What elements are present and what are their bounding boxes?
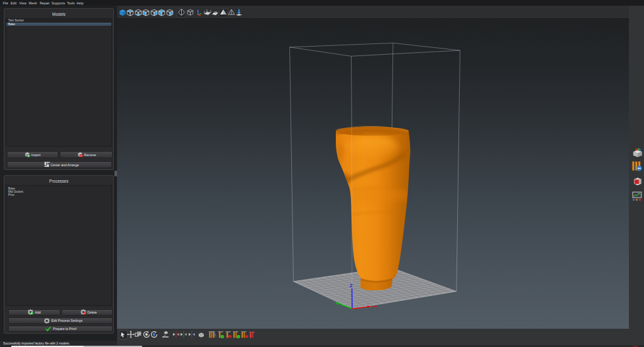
svg-text:Z: Z (350, 283, 353, 288)
